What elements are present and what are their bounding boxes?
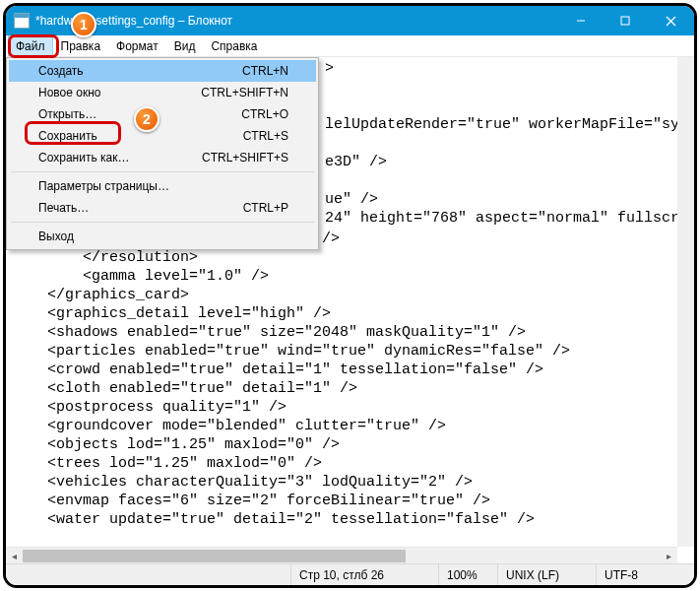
menu-item-shortcut: CTRL+P [243, 201, 288, 215]
menu-view[interactable]: Вид [166, 35, 204, 56]
window-frame: *hardware_settings_config – Блокнот Файл… [3, 3, 697, 588]
menu-item-shortcut: CTRL+SHIFT+S [202, 151, 288, 164]
menu-edit[interactable]: Правка [53, 35, 109, 56]
callout-1: 1 [71, 12, 96, 37]
file-menu-dropdown: Создать CTRL+N Новое окно CTRL+SHIFT+N О… [6, 57, 319, 250]
menu-item-open[interactable]: Открыть… CTRL+O [9, 103, 316, 125]
menu-format[interactable]: Формат [108, 35, 166, 56]
menu-item-print[interactable]: Печать… CTRL+P [9, 197, 316, 219]
menu-item-save-as[interactable]: Сохранить как… CTRL+SHIFT+S [9, 147, 316, 168]
minimize-button[interactable] [558, 6, 603, 35]
menu-item-new[interactable]: Создать CTRL+N [9, 60, 316, 82]
menu-separator [11, 222, 314, 223]
close-button[interactable] [647, 6, 694, 35]
menu-item-label: Новое окно [38, 86, 201, 99]
status-encoding: UTF-8 [596, 564, 694, 585]
menu-item-label: Выход [38, 230, 288, 243]
status-position: Стр 10, стлб 26 [290, 564, 438, 585]
callout-2: 2 [134, 106, 159, 132]
status-eol: UNIX (LF) [497, 564, 596, 585]
menu-item-shortcut: CTRL+S [243, 129, 288, 143]
menu-file[interactable]: Файл [8, 35, 53, 56]
menu-item-label: Печать… [38, 201, 243, 215]
scroll-right-icon[interactable]: ▸ [661, 548, 677, 564]
menu-help[interactable]: Справка [203, 35, 265, 56]
scroll-thumb[interactable] [23, 550, 406, 562]
window-title: *hardware_settings_config – Блокнот [35, 14, 232, 28]
scroll-track[interactable] [23, 548, 661, 564]
menu-item-page-setup[interactable]: Параметры страницы… [9, 175, 316, 197]
svg-rect-1 [621, 17, 629, 25]
menu-item-save[interactable]: Сохранить CTRL+S [9, 125, 316, 147]
menu-separator [11, 171, 314, 172]
menubar: Файл Правка Формат Вид Справка [6, 35, 694, 57]
notepad-icon [14, 13, 30, 29]
menu-item-label: Сохранить как… [38, 151, 202, 164]
titlebar[interactable]: *hardware_settings_config – Блокнот [6, 6, 694, 35]
menu-item-shortcut: CTRL+SHIFT+N [201, 86, 288, 99]
menu-item-exit[interactable]: Выход [9, 226, 316, 247]
status-zoom: 100% [438, 564, 497, 585]
vertical-scrollbar[interactable] [677, 57, 694, 547]
maximize-button[interactable] [603, 6, 647, 35]
scroll-left-icon[interactable]: ◂ [6, 548, 23, 564]
menu-item-new-window[interactable]: Новое окно CTRL+SHIFT+N [9, 82, 316, 103]
menu-item-shortcut: CTRL+O [241, 107, 288, 121]
statusbar: Стр 10, стлб 26 100% UNIX (LF) UTF-8 [6, 563, 694, 585]
menu-item-label: Параметры страницы… [38, 179, 288, 193]
horizontal-scrollbar[interactable]: ◂ ▸ [6, 547, 677, 563]
menu-item-label: Создать [38, 64, 242, 78]
menu-item-label: Сохранить [38, 129, 243, 143]
menu-item-shortcut: CTRL+N [242, 64, 288, 78]
